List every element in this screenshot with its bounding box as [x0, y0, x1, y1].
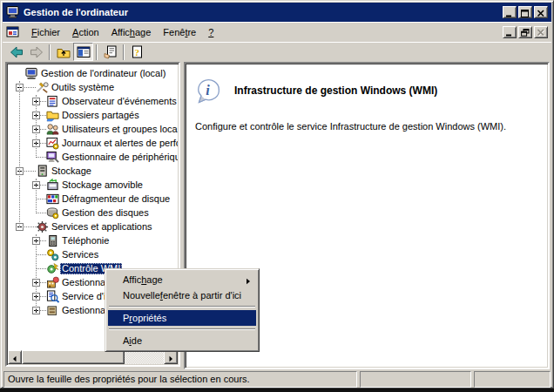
menu-affichage[interactable]: Affichage	[105, 24, 158, 40]
console-window-icon	[6, 25, 20, 38]
tree-item-label[interactable]: Gestionnai	[60, 305, 110, 316]
context-menu-item-affichage[interactable]: Affichage	[108, 272, 256, 287]
tree-item[interactable]: Outils système	[8, 81, 178, 95]
computer-icon	[25, 67, 38, 80]
tree-item-label[interactable]: Défragmenteur de disque	[60, 193, 172, 205]
tree-item-label[interactable]: Utilisateurs et groupes locaux	[60, 124, 178, 135]
show-hide-tree-button[interactable]	[73, 43, 93, 61]
horizontal-scrollbar[interactable]	[8, 350, 178, 364]
detail-title: Infrastructure de gestion Windows (WMI)	[234, 84, 437, 97]
restore-icon	[521, 28, 530, 36]
up-one-level-button[interactable]	[53, 43, 73, 61]
shared-folders-icon	[46, 109, 59, 122]
tree-item-label[interactable]: Outils système	[50, 82, 116, 93]
scrollbar-track[interactable]	[125, 350, 164, 364]
telephony-icon	[46, 234, 59, 247]
tree-item[interactable]: Utilisateurs et groupes locaux	[8, 123, 178, 137]
toolbar-separator	[96, 44, 98, 60]
mdi-restore-button[interactable]	[518, 26, 532, 38]
tree-guide-line	[36, 179, 37, 213]
tree-item[interactable]: Services et applications	[8, 220, 178, 234]
tree-item-label[interactable]: Journaux et alertes de performance	[60, 138, 178, 149]
tree-guide-line	[19, 81, 20, 227]
computer-management-window: Gestion de l'ordinateur FichierActionAff…	[0, 0, 554, 389]
tree-item[interactable]: Dossiers partagés	[8, 109, 178, 123]
title-bar[interactable]: Gestion de l'ordinateur	[3, 3, 551, 22]
back-arrow-icon	[10, 45, 24, 59]
tree-connector	[36, 199, 46, 199]
performance-logs-icon	[46, 137, 59, 150]
tree-item[interactable]: Services	[8, 248, 178, 262]
tree-item-label[interactable]: Gestion des disques	[60, 207, 151, 219]
scroll-left-button[interactable]	[8, 350, 22, 364]
window-controls	[503, 6, 548, 18]
tree-item[interactable]: Journaux et alertes de performance	[8, 137, 178, 151]
window-title: Gestion de l'ordinateur	[24, 7, 503, 17]
defrag-icon	[46, 193, 59, 206]
status-bar: Ouvre la feuille des propriétés pour la …	[3, 371, 551, 388]
tree-item-label[interactable]: Téléphonie	[60, 235, 111, 247]
toolbar-separator	[123, 44, 125, 60]
console-tree-icon	[77, 45, 91, 59]
tree-connector	[36, 157, 46, 158]
status-text: Ouvre la feuille des propriétés pour la …	[3, 371, 357, 388]
forward-arrow-icon	[30, 45, 44, 59]
tree-item[interactable]: Observateur d'événements	[8, 95, 178, 109]
tree-item-label[interactable]: Gestionnai	[60, 277, 110, 288]
event-viewer-icon	[46, 95, 59, 108]
computer-icon	[6, 5, 20, 19]
tree-connector	[36, 213, 46, 213]
properties-button[interactable]	[100, 43, 120, 61]
tree-item-label[interactable]: Observateur d'événements	[60, 96, 178, 107]
tree-item[interactable]: Téléphonie	[8, 234, 178, 248]
close-icon	[537, 9, 545, 17]
tree-item[interactable]: Gestionnaire de périphériques	[8, 151, 178, 165]
tree-item-label[interactable]: Gestionnaire de périphériques	[60, 152, 178, 163]
removable-storage-icon	[46, 179, 59, 192]
menu-help[interactable]: ?	[202, 24, 220, 40]
menu-bar-items: FichierActionAffichageFenêtre?	[25, 24, 220, 40]
up-folder-icon	[57, 45, 71, 59]
tree-item-label[interactable]: Services et applications	[50, 221, 154, 233]
mdi-minimize-button[interactable]	[503, 26, 517, 38]
submenu-arrow-icon	[245, 276, 252, 283]
maximize-button[interactable]	[518, 6, 532, 18]
tree-item-label[interactable]: Gestion de l'ordinateur (local)	[39, 68, 167, 79]
toolbar: ?	[3, 42, 551, 62]
back-button[interactable]	[6, 43, 26, 61]
menu-fentre[interactable]: Fenêtre	[157, 24, 202, 40]
minimize-button[interactable]	[503, 6, 517, 18]
tree-connector	[36, 254, 46, 255]
device-manager-icon	[46, 151, 59, 164]
context-menu-item-propri-t-s[interactable]: Propriétés	[108, 310, 256, 326]
context-menu-item-nouvelle-fen-tre-partir-d-ici[interactable]: Nouvelle fenêtre à partir d'ici	[108, 287, 256, 303]
local-users-icon	[46, 123, 59, 136]
tree-item[interactable]: Stockage	[8, 165, 178, 179]
forward-button	[26, 43, 46, 61]
tree-item[interactable]: Gestion de l'ordinateur (local)	[8, 67, 178, 81]
scroll-left-arrow-icon	[11, 354, 18, 361]
tree-item[interactable]: Stockage amovible	[8, 179, 178, 193]
mdi-close-button[interactable]	[534, 26, 548, 38]
tree-guide-line	[36, 95, 37, 158]
close-button[interactable]	[534, 6, 548, 18]
tree-item[interactable]: Défragmenteur de disque	[8, 193, 178, 206]
mdi-window-controls	[503, 26, 548, 38]
menu-action[interactable]: Action	[66, 24, 105, 40]
tree-item-label[interactable]: Services	[60, 249, 100, 260]
scroll-right-button[interactable]	[164, 350, 178, 364]
menu-fichier[interactable]: Fichier	[25, 24, 66, 40]
indexing-service-icon	[46, 290, 59, 303]
minimize-icon	[505, 28, 514, 36]
tree-item-label[interactable]: Stockage	[50, 166, 93, 177]
internet-services-icon	[46, 276, 59, 289]
tree-item-label[interactable]: Service d'i	[60, 291, 107, 302]
scroll-right-arrow-icon	[167, 354, 174, 361]
scrollbar-thumb[interactable]	[22, 350, 125, 364]
context-menu-item-aide[interactable]: Aide	[108, 333, 256, 348]
context-menu: AffichageNouvelle fenêtre à partir d'ici…	[105, 268, 260, 352]
tree-item-label[interactable]: Dossiers partagés	[60, 110, 141, 121]
tree-item[interactable]: Gestion des disques	[8, 206, 178, 220]
tree-item-label[interactable]: Stockage amovible	[60, 179, 145, 191]
help-button[interactable]: ?	[127, 43, 147, 61]
